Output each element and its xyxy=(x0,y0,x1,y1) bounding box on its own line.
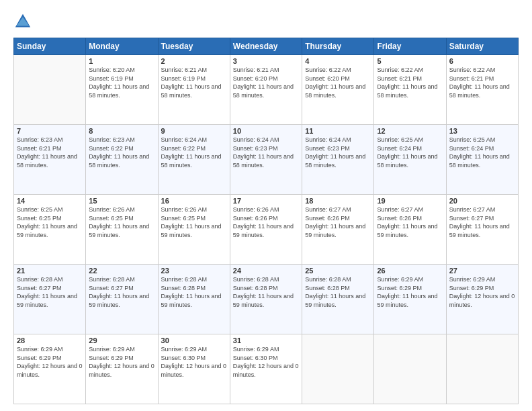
week-row-4: 21Sunrise: 6:28 AM Sunset: 6:27 PM Dayli… xyxy=(14,265,519,334)
column-header-saturday: Saturday xyxy=(446,38,518,55)
day-number: 3 xyxy=(233,57,299,65)
day-number: 14 xyxy=(17,197,83,205)
day-number: 26 xyxy=(377,267,443,275)
calendar-cell: 1Sunrise: 6:20 AM Sunset: 6:19 PM Daylig… xyxy=(86,55,158,125)
calendar-cell: 18Sunrise: 6:27 AM Sunset: 6:26 PM Dayli… xyxy=(302,195,374,265)
column-header-tuesday: Tuesday xyxy=(158,38,230,55)
day-info: Sunrise: 6:20 AM Sunset: 6:19 PM Dayligh… xyxy=(89,66,154,99)
week-row-2: 7Sunrise: 6:23 AM Sunset: 6:21 PM Daylig… xyxy=(14,125,519,195)
day-info: Sunrise: 6:29 AM Sunset: 6:30 PM Dayligh… xyxy=(161,345,227,379)
day-info: Sunrise: 6:22 AM Sunset: 6:20 PM Dayligh… xyxy=(305,66,371,99)
calendar-cell: 4Sunrise: 6:22 AM Sunset: 6:20 PM Daylig… xyxy=(302,55,374,125)
day-info: Sunrise: 6:24 AM Sunset: 6:22 PM Dayligh… xyxy=(161,136,227,169)
day-info: Sunrise: 6:26 AM Sunset: 6:26 PM Dayligh… xyxy=(233,205,299,239)
column-header-friday: Friday xyxy=(374,38,446,55)
day-number: 31 xyxy=(233,336,299,345)
day-number: 1 xyxy=(89,57,154,65)
calendar-cell: 26Sunrise: 6:29 AM Sunset: 6:29 PM Dayli… xyxy=(374,265,446,334)
calendar-cell: 15Sunrise: 6:26 AM Sunset: 6:25 PM Dayli… xyxy=(86,195,158,265)
day-info: Sunrise: 6:26 AM Sunset: 6:25 PM Dayligh… xyxy=(161,205,227,239)
logo-icon xyxy=(13,12,32,31)
day-info: Sunrise: 6:23 AM Sunset: 6:21 PM Dayligh… xyxy=(17,136,83,169)
column-header-thursday: Thursday xyxy=(302,38,374,55)
calendar-cell: 30Sunrise: 6:29 AM Sunset: 6:30 PM Dayli… xyxy=(158,334,230,404)
day-info: Sunrise: 6:23 AM Sunset: 6:22 PM Dayligh… xyxy=(89,136,154,169)
day-number: 10 xyxy=(233,127,299,135)
day-number: 25 xyxy=(305,267,371,275)
calendar-cell: 9Sunrise: 6:24 AM Sunset: 6:22 PM Daylig… xyxy=(158,125,230,195)
day-info: Sunrise: 6:27 AM Sunset: 6:26 PM Dayligh… xyxy=(377,205,443,239)
day-number: 9 xyxy=(161,127,227,135)
calendar-cell: 3Sunrise: 6:21 AM Sunset: 6:20 PM Daylig… xyxy=(230,55,302,125)
calendar-cell: 20Sunrise: 6:27 AM Sunset: 6:27 PM Dayli… xyxy=(446,195,518,265)
week-row-5: 28Sunrise: 6:29 AM Sunset: 6:29 PM Dayli… xyxy=(14,334,519,404)
calendar-cell: 21Sunrise: 6:28 AM Sunset: 6:27 PM Dayli… xyxy=(14,265,86,334)
column-header-wednesday: Wednesday xyxy=(230,38,302,55)
header-row: SundayMondayTuesdayWednesdayThursdayFrid… xyxy=(14,38,519,55)
day-number: 6 xyxy=(449,57,515,65)
day-number: 8 xyxy=(89,127,154,135)
calendar-cell: 16Sunrise: 6:26 AM Sunset: 6:25 PM Dayli… xyxy=(158,195,230,265)
calendar-cell: 28Sunrise: 6:29 AM Sunset: 6:29 PM Dayli… xyxy=(14,334,86,404)
calendar-cell xyxy=(302,334,374,404)
calendar-cell: 13Sunrise: 6:25 AM Sunset: 6:24 PM Dayli… xyxy=(446,125,518,195)
day-number: 7 xyxy=(17,127,83,135)
day-info: Sunrise: 6:29 AM Sunset: 6:30 PM Dayligh… xyxy=(233,345,299,379)
day-number: 19 xyxy=(377,197,443,205)
calendar-cell: 27Sunrise: 6:29 AM Sunset: 6:29 PM Dayli… xyxy=(446,265,518,334)
calendar-table: SundayMondayTuesdayWednesdayThursdayFrid… xyxy=(13,38,519,404)
day-info: Sunrise: 6:25 AM Sunset: 6:24 PM Dayligh… xyxy=(377,136,443,169)
day-number: 29 xyxy=(89,336,154,345)
calendar-cell: 2Sunrise: 6:21 AM Sunset: 6:19 PM Daylig… xyxy=(158,55,230,125)
calendar-cell: 11Sunrise: 6:24 AM Sunset: 6:23 PM Dayli… xyxy=(302,125,374,195)
day-number: 12 xyxy=(377,127,443,135)
calendar-cell: 10Sunrise: 6:24 AM Sunset: 6:23 PM Dayli… xyxy=(230,125,302,195)
calendar-cell xyxy=(14,55,86,125)
day-info: Sunrise: 6:25 AM Sunset: 6:25 PM Dayligh… xyxy=(17,205,83,239)
day-info: Sunrise: 6:25 AM Sunset: 6:24 PM Dayligh… xyxy=(449,136,515,169)
calendar-cell: 14Sunrise: 6:25 AM Sunset: 6:25 PM Dayli… xyxy=(14,195,86,265)
day-number: 17 xyxy=(233,197,299,205)
day-number: 20 xyxy=(449,197,515,205)
day-number: 4 xyxy=(305,57,371,65)
calendar-cell: 17Sunrise: 6:26 AM Sunset: 6:26 PM Dayli… xyxy=(230,195,302,265)
calendar-cell: 5Sunrise: 6:22 AM Sunset: 6:21 PM Daylig… xyxy=(374,55,446,125)
week-row-3: 14Sunrise: 6:25 AM Sunset: 6:25 PM Dayli… xyxy=(14,195,519,265)
calendar-cell: 29Sunrise: 6:29 AM Sunset: 6:29 PM Dayli… xyxy=(86,334,158,404)
day-number: 18 xyxy=(305,197,371,205)
calendar-cell: 6Sunrise: 6:22 AM Sunset: 6:21 PM Daylig… xyxy=(446,55,518,125)
calendar-cell: 25Sunrise: 6:28 AM Sunset: 6:28 PM Dayli… xyxy=(302,265,374,334)
day-info: Sunrise: 6:22 AM Sunset: 6:21 PM Dayligh… xyxy=(449,66,515,99)
day-number: 22 xyxy=(89,267,154,275)
day-info: Sunrise: 6:29 AM Sunset: 6:29 PM Dayligh… xyxy=(449,275,515,309)
day-info: Sunrise: 6:22 AM Sunset: 6:21 PM Dayligh… xyxy=(377,66,443,99)
logo xyxy=(13,12,35,31)
calendar-cell xyxy=(446,334,518,404)
calendar-cell: 31Sunrise: 6:29 AM Sunset: 6:30 PM Dayli… xyxy=(230,334,302,404)
calendar-cell xyxy=(374,334,446,404)
day-number: 11 xyxy=(305,127,371,135)
day-info: Sunrise: 6:29 AM Sunset: 6:29 PM Dayligh… xyxy=(17,345,83,379)
day-number: 5 xyxy=(377,57,443,65)
day-number: 2 xyxy=(161,57,227,65)
calendar-cell: 19Sunrise: 6:27 AM Sunset: 6:26 PM Dayli… xyxy=(374,195,446,265)
day-info: Sunrise: 6:29 AM Sunset: 6:29 PM Dayligh… xyxy=(377,275,443,309)
day-info: Sunrise: 6:28 AM Sunset: 6:28 PM Dayligh… xyxy=(305,275,371,309)
calendar-page: SundayMondayTuesdayWednesdayThursdayFrid… xyxy=(0,0,532,411)
day-info: Sunrise: 6:28 AM Sunset: 6:27 PM Dayligh… xyxy=(17,275,83,309)
header xyxy=(13,12,519,31)
day-number: 13 xyxy=(449,127,515,135)
calendar-cell: 24Sunrise: 6:28 AM Sunset: 6:28 PM Dayli… xyxy=(230,265,302,334)
column-header-monday: Monday xyxy=(86,38,158,55)
calendar-cell: 12Sunrise: 6:25 AM Sunset: 6:24 PM Dayli… xyxy=(374,125,446,195)
day-info: Sunrise: 6:26 AM Sunset: 6:25 PM Dayligh… xyxy=(89,205,154,239)
day-info: Sunrise: 6:27 AM Sunset: 6:27 PM Dayligh… xyxy=(449,205,515,239)
calendar-cell: 23Sunrise: 6:28 AM Sunset: 6:28 PM Dayli… xyxy=(158,265,230,334)
column-header-sunday: Sunday xyxy=(14,38,86,55)
calendar-cell: 8Sunrise: 6:23 AM Sunset: 6:22 PM Daylig… xyxy=(86,125,158,195)
day-info: Sunrise: 6:21 AM Sunset: 6:19 PM Dayligh… xyxy=(161,66,227,99)
day-number: 23 xyxy=(161,267,227,275)
day-info: Sunrise: 6:29 AM Sunset: 6:29 PM Dayligh… xyxy=(89,345,154,379)
day-number: 27 xyxy=(449,267,515,275)
day-number: 24 xyxy=(233,267,299,275)
